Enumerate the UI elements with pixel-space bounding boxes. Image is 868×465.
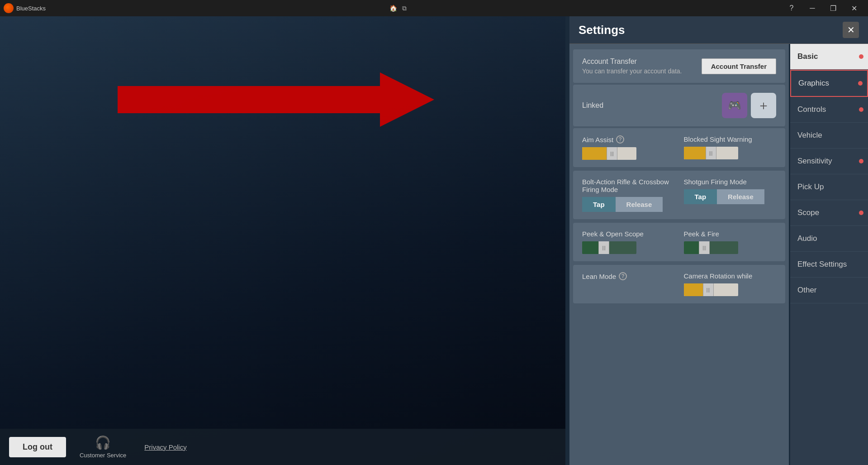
nav-item-vehicle[interactable]: Vehicle [790, 123, 868, 149]
peek-open-scope-item: Peek & Open Scope ||| [582, 230, 675, 254]
add-linked-button[interactable]: ＋ [751, 93, 776, 118]
aim-assist-item: Aim Assist ? ||| [582, 135, 675, 160]
help-button[interactable]: ? [781, 0, 802, 16]
game-background [0, 16, 565, 465]
shotgun-release-button[interactable]: Release [717, 189, 764, 204]
nav-item-sensitivity[interactable]: Sensitivity [790, 149, 868, 174]
multi-instance-icon[interactable]: ⧉ [400, 4, 409, 13]
privacy-policy-link[interactable]: Privacy Policy [144, 443, 186, 451]
peek-fire-slider[interactable]: ||| [684, 241, 777, 254]
nav-item-audio[interactable]: Audio [790, 226, 868, 252]
peek-fire-item: Peek & Fire ||| [684, 230, 777, 254]
gamepad-icon-box: 🎮 [722, 93, 747, 118]
settings-nav: Basic Graphics Controls Vehicle Sensitiv… [789, 44, 868, 465]
nav-item-scope[interactable]: Scope [790, 200, 868, 226]
blocked-sight-slider[interactable]: ||| [684, 147, 777, 159]
firing-mode-section: Bolt-Action Rifle & Crossbow Firing Mode… [573, 171, 785, 219]
app-name: BlueStacks [16, 5, 389, 12]
bolt-action-tap-button[interactable]: Tap [582, 197, 616, 212]
peek-open-scope-label: Peek & Open Scope [582, 230, 675, 238]
settings-close-button[interactable]: ✕ [843, 22, 859, 38]
account-transfer-row: Account Transfer You can transfer your a… [573, 49, 785, 83]
blocked-sight-label: Blocked Sight Warning [684, 135, 777, 143]
bolt-action-release-button[interactable]: Release [616, 197, 663, 212]
home-icon[interactable]: 🏠 [389, 4, 398, 13]
lean-camera-section: Lean Mode ? Camera Rotation while ||| [573, 265, 785, 303]
nav-item-controls[interactable]: Controls [790, 97, 868, 123]
app-logo [4, 3, 14, 13]
lean-mode-help-icon[interactable]: ? [619, 272, 627, 280]
bolt-action-item: Bolt-Action Rifle & Crossbow Firing Mode… [582, 178, 675, 212]
peek-fire-label: Peek & Fire [684, 230, 777, 238]
camera-rotation-label: Camera Rotation while [684, 272, 777, 280]
bottom-bar: Log out 🎧 Customer Service Privacy Polic… [0, 429, 565, 465]
linked-icons-container: 🎮 ＋ [722, 93, 776, 118]
nav-item-basic[interactable]: Basic [790, 44, 868, 70]
camera-rotation-slider[interactable]: ||| [684, 283, 777, 296]
linked-row: Linked 🎮 ＋ [573, 85, 785, 126]
aim-assist-help-icon[interactable]: ? [616, 135, 624, 144]
title-bar: BlueStacks 🏠 ⧉ ? ─ ❐ ✕ [0, 0, 868, 16]
camera-rotation-item: Camera Rotation while ||| [684, 272, 777, 296]
logout-button[interactable]: Log out [9, 437, 66, 457]
bolt-action-label: Bolt-Action Rifle & Crossbow Firing Mode [582, 178, 675, 193]
account-transfer-desc: You can transfer your account data. [582, 67, 682, 75]
bolt-action-tap-release: Tap Release [582, 197, 675, 212]
aim-assist-section: Aim Assist ? ||| Blocked Sight Warn [573, 128, 785, 167]
nav-item-graphics[interactable]: Graphics [790, 70, 868, 97]
settings-header: Settings ✕ [569, 16, 868, 44]
nav-dot-basic [859, 54, 863, 59]
blocked-sight-item: Blocked Sight Warning ||| [684, 135, 777, 160]
nav-dot-sensitivity [859, 159, 863, 163]
aim-assist-label: Aim Assist ? [582, 135, 675, 144]
customer-service-label: Customer Service [80, 452, 126, 459]
minimize-button[interactable]: ─ [802, 0, 823, 16]
settings-title: Settings [579, 23, 625, 37]
peek-section: Peek & Open Scope ||| Peek & Fire [573, 223, 785, 261]
nav-item-other[interactable]: Other [790, 278, 868, 303]
peek-open-scope-slider[interactable]: ||| [582, 241, 675, 254]
account-transfer-label: Account Transfer [582, 58, 682, 66]
lean-mode-item: Lean Mode ? [582, 272, 675, 296]
account-transfer-button[interactable]: Account Transfer [702, 58, 776, 74]
customer-service-button[interactable]: 🎧 Customer Service [80, 435, 126, 459]
restore-button[interactable]: ❐ [823, 0, 844, 16]
nav-dot-graphics [858, 81, 863, 86]
nav-item-pickup[interactable]: Pick Up [790, 174, 868, 200]
settings-content[interactable]: Account Transfer You can transfer your a… [569, 44, 789, 465]
nav-dot-scope [859, 211, 863, 215]
nav-dot-controls [859, 107, 863, 112]
shotgun-item: Shotgun Firing Mode Tap Release [684, 178, 777, 212]
nav-item-effect-settings[interactable]: Effect Settings [790, 252, 868, 278]
settings-panel: Settings ✕ Account Transfer You can tran… [569, 16, 868, 465]
shotgun-label: Shotgun Firing Mode [684, 178, 777, 186]
customer-service-icon: 🎧 [95, 435, 111, 450]
linked-label: Linked [582, 101, 603, 110]
aim-assist-slider[interactable]: ||| [582, 147, 675, 160]
shotgun-tap-button[interactable]: Tap [684, 189, 717, 204]
shotgun-tap-release: Tap Release [684, 189, 777, 204]
settings-body: Account Transfer You can transfer your a… [569, 44, 868, 465]
close-button[interactable]: ✕ [844, 0, 864, 16]
